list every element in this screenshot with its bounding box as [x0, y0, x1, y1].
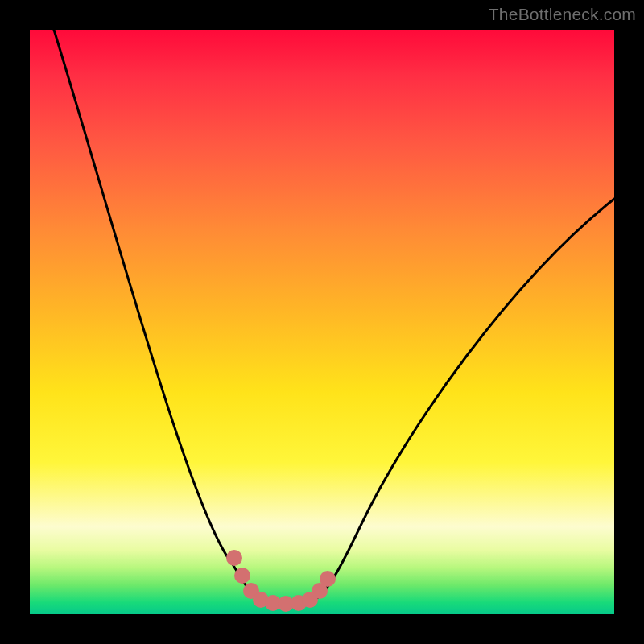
chart-frame: TheBottleneck.com: [0, 0, 644, 644]
watermark-text: TheBottleneck.com: [489, 5, 636, 24]
marker-dot: [320, 571, 336, 587]
curve-layer: [30, 30, 614, 614]
marker-dot: [234, 568, 250, 584]
plot-area: [30, 30, 614, 614]
marker-dot: [226, 550, 242, 566]
bottom-marker-group: [226, 550, 336, 612]
bottleneck-curve: [54, 30, 614, 604]
